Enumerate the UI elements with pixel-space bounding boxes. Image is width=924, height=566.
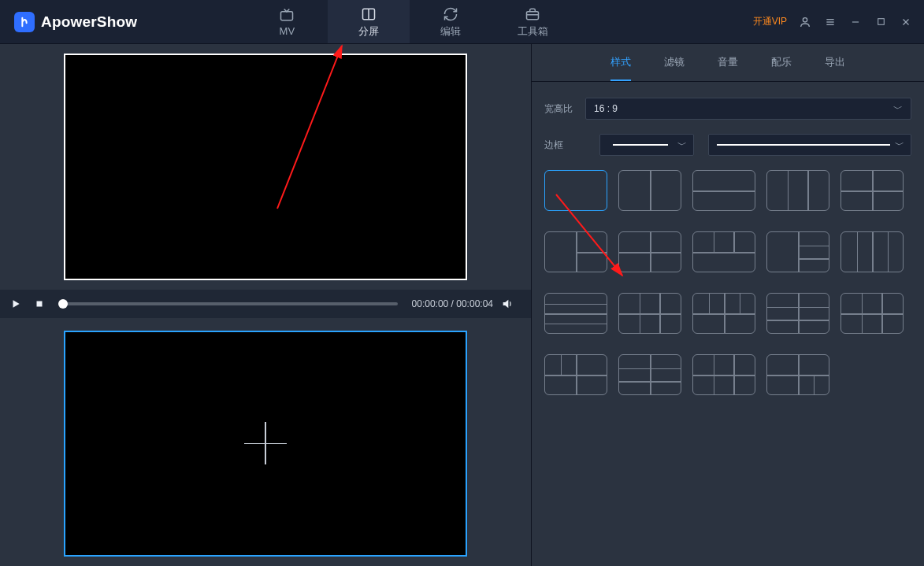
layout-option-5[interactable] — [544, 231, 607, 272]
volume-icon[interactable] — [499, 296, 515, 312]
nav-edit[interactable]: 编辑 — [410, 0, 492, 43]
svg-rect-9 — [878, 19, 884, 25]
svg-point-4 — [803, 17, 807, 21]
border-style-select[interactable]: ﹀ — [599, 134, 694, 156]
layout-option-0[interactable] — [544, 170, 607, 211]
layout-option-7[interactable] — [692, 231, 755, 272]
toolbox-icon — [525, 6, 540, 23]
border-label: 边框 — [544, 139, 585, 152]
layout-option-14[interactable] — [841, 293, 904, 334]
nav-toolbox[interactable]: 工具箱 — [492, 0, 573, 43]
play-button[interactable] — [8, 296, 24, 312]
border-color-select[interactable]: ﹀ — [708, 134, 911, 156]
app-logo: ApowerShow — [0, 12, 151, 32]
app-title: ApowerShow — [41, 13, 137, 31]
layout-grid — [544, 170, 911, 398]
svg-rect-3 — [527, 11, 539, 19]
time-display: 00:00:00 / 00:00:04 — [412, 298, 493, 309]
add-media-slot[interactable] — [64, 331, 467, 557]
left-panel: 00:00:00 / 00:00:04 — [0, 44, 531, 566]
layout-option-11[interactable] — [618, 293, 681, 334]
layout-option-10[interactable] — [544, 293, 607, 334]
tab-filter[interactable]: 滤镜 — [664, 44, 685, 81]
layout-option-16[interactable] — [618, 354, 681, 395]
top-nav: MV 分屏 编辑 工具箱 — [246, 0, 573, 43]
aspect-label: 宽高比 — [544, 102, 585, 116]
border-row: 边框 ﹀ ﹀ — [544, 134, 911, 156]
nav-mv[interactable]: MV — [246, 0, 328, 43]
layout-option-6[interactable] — [618, 231, 681, 272]
layout-option-12[interactable] — [692, 293, 755, 334]
app-header: ApowerShow MV 分屏 编辑 工具箱 — [0, 0, 924, 44]
refresh-icon — [443, 6, 458, 23]
chevron-down-icon: ﹀ — [893, 102, 903, 116]
progress-slider[interactable] — [63, 302, 398, 305]
header-right: 开通VIP — [753, 15, 924, 29]
layout-option-2[interactable] — [692, 170, 755, 211]
layout-option-17[interactable] — [692, 354, 755, 395]
tab-style[interactable]: 样式 — [610, 44, 631, 81]
layout-option-8[interactable] — [766, 231, 829, 272]
menu-icon[interactable] — [823, 15, 837, 29]
layout-option-13[interactable] — [766, 293, 829, 334]
aspect-select[interactable]: 16 : 9 ﹀ — [585, 98, 911, 120]
aspect-row: 宽高比 16 : 9 ﹀ — [544, 98, 911, 120]
close-button[interactable] — [899, 15, 913, 29]
vip-link[interactable]: 开通VIP — [753, 15, 787, 28]
svg-rect-12 — [37, 301, 43, 306]
nav-split[interactable]: 分屏 — [328, 0, 410, 43]
layout-option-1[interactable] — [618, 170, 681, 211]
layout-option-4[interactable] — [841, 170, 904, 211]
layout-option-3[interactable] — [766, 170, 829, 211]
user-icon[interactable] — [798, 15, 812, 29]
layout-option-15[interactable] — [544, 354, 607, 395]
playback-bar: 00:00:00 / 00:00:04 — [0, 290, 531, 318]
minimize-button[interactable] — [848, 15, 863, 29]
right-panel: 样式 滤镜 音量 配乐 导出 宽高比 16 : 9 ﹀ 边框 ﹀ ﹀ — [531, 44, 924, 566]
layout-option-18[interactable] — [766, 354, 829, 395]
tab-volume[interactable]: 音量 — [718, 44, 738, 81]
chevron-down-icon: ﹀ — [895, 139, 904, 152]
layout-option-9[interactable] — [841, 231, 904, 272]
video-preview[interactable] — [64, 54, 467, 280]
tab-export[interactable]: 导出 — [825, 44, 845, 81]
logo-icon — [14, 12, 35, 32]
svg-rect-0 — [281, 12, 293, 20]
tv-icon — [279, 6, 295, 24]
right-tabs: 样式 滤镜 音量 配乐 导出 — [532, 44, 924, 82]
split-icon — [361, 6, 377, 23]
maximize-button[interactable] — [874, 15, 888, 29]
stop-button[interactable] — [32, 296, 47, 312]
chevron-down-icon: ﹀ — [677, 139, 687, 152]
tab-music[interactable]: 配乐 — [771, 44, 792, 81]
